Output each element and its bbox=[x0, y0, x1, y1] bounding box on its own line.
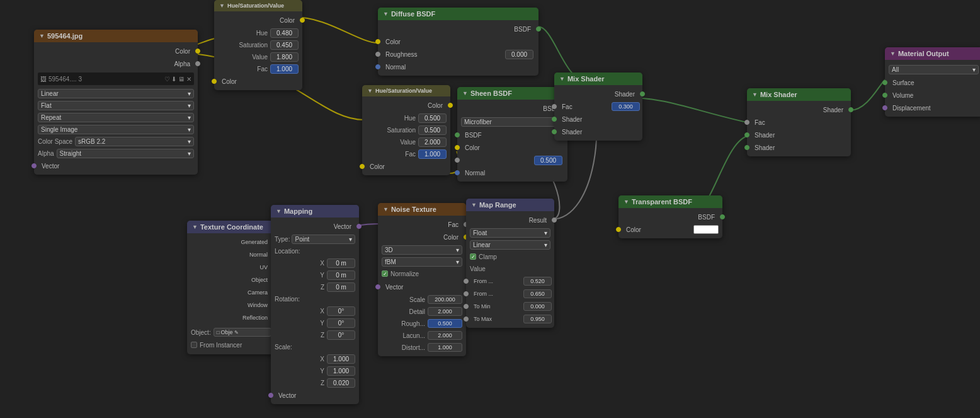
msl-fac-value[interactable]: 0.300 bbox=[612, 102, 640, 111]
noise-lacun-value[interactable]: 2.000 bbox=[428, 331, 462, 340]
mo-all-dropdown[interactable]: All ▾ bbox=[889, 65, 979, 74]
mapping-title: Mapping bbox=[284, 207, 312, 215]
hsm-hue-value[interactable]: 0.500 bbox=[418, 113, 447, 123]
map-loc-z-value[interactable]: 0 m bbox=[327, 282, 355, 292]
diffuse-bsdf-title: Diffuse BSDF bbox=[391, 10, 435, 18]
tc-from-instancer-checkbox[interactable] bbox=[191, 342, 197, 348]
mr-from2-in-socket bbox=[464, 291, 469, 296]
map-type-row: Type: Point ▾ bbox=[275, 233, 355, 245]
map-loc-x-value[interactable]: 0 m bbox=[327, 258, 355, 268]
alpha-dropdown[interactable]: Straight ▾ bbox=[57, 149, 194, 158]
alpha-out-socket bbox=[195, 61, 200, 66]
extension-dropdown[interactable]: Flat ▾ bbox=[38, 101, 194, 110]
repeat-dropdown[interactable]: Repeat ▾ bbox=[38, 113, 194, 122]
mo-surface-in-socket bbox=[882, 80, 887, 85]
map-scale-z-value[interactable]: 0.020 bbox=[327, 378, 355, 388]
noise-3d-dropdown[interactable]: 3D ▾ bbox=[382, 245, 462, 255]
diff-normal-in-socket bbox=[375, 64, 380, 69]
collapse-icon-hsm[interactable]: ▼ bbox=[367, 88, 373, 94]
alpha-out-label: Alpha bbox=[34, 61, 198, 67]
color-out-socket bbox=[195, 49, 200, 54]
collapse-icon-tc[interactable]: ▼ bbox=[192, 224, 198, 230]
sat-value[interactable]: 0.450 bbox=[270, 40, 299, 50]
tc-reflection-label: Reflection bbox=[187, 315, 275, 321]
projection-row: Single Image ▾ bbox=[38, 124, 194, 135]
collapse-icon-sheen[interactable]: ▼ bbox=[462, 90, 468, 96]
tc-uv-label: UV bbox=[187, 264, 275, 270]
collapse-icon-map[interactable]: ▼ bbox=[276, 208, 282, 214]
hsm-sat-value[interactable]: 0.500 bbox=[418, 125, 447, 135]
collapse-icon-msr[interactable]: ▼ bbox=[752, 91, 758, 98]
map-rot-x-value[interactable]: 0° bbox=[327, 306, 355, 316]
hue-value[interactable]: 0.480 bbox=[270, 28, 299, 38]
val-field: Value 1.800 bbox=[218, 51, 299, 62]
hue-field: Hue 0.480 bbox=[218, 27, 299, 38]
noise-normalize-checkbox[interactable]: ✓ bbox=[382, 270, 388, 277]
mr-clamp-checkbox[interactable]: ✓ bbox=[470, 253, 476, 260]
map-vector-out: Vector bbox=[271, 220, 359, 233]
mr-float-dropdown[interactable]: Float ▾ bbox=[470, 228, 550, 238]
mr-linear-dropdown[interactable]: Linear ▾ bbox=[470, 240, 550, 250]
noise-rough-value[interactable]: 0.500 bbox=[428, 319, 462, 328]
map-scale-y-value[interactable]: 1.000 bbox=[327, 366, 355, 376]
map-type-dropdown[interactable]: Point ▾ bbox=[292, 235, 355, 244]
tc-obj-edit: ✎ bbox=[234, 330, 239, 335]
mr-from1-value[interactable]: 0.520 bbox=[523, 277, 552, 286]
map-scale-x-value[interactable]: 1.000 bbox=[327, 354, 355, 364]
map-scale-y-row: Y 1.000 bbox=[275, 365, 355, 376]
mr-from2-in: From ... 0.650 bbox=[466, 287, 554, 300]
map-loc-y-value[interactable]: 0 m bbox=[327, 270, 355, 280]
trans-color-swatch[interactable] bbox=[693, 225, 719, 234]
map-scale-x-row: X 1.000 bbox=[275, 353, 355, 364]
collapse-icon[interactable]: ▼ bbox=[39, 33, 45, 39]
tc-object-field[interactable]: □ Obje ✎ bbox=[214, 328, 271, 337]
noise-3d-label: 3D bbox=[385, 247, 393, 253]
collapse-icon-mr[interactable]: ▼ bbox=[471, 202, 477, 208]
val-value[interactable]: 1.800 bbox=[270, 52, 299, 62]
hsm-sat-label: Saturation bbox=[366, 127, 418, 134]
noise-distort-value[interactable]: 1.000 bbox=[428, 343, 462, 352]
mr-tomin-value[interactable]: 0.000 bbox=[523, 302, 552, 311]
mr-from2-value[interactable]: 0.650 bbox=[523, 289, 552, 298]
collapse-icon-mo[interactable]: ▼ bbox=[890, 50, 896, 57]
map-rot-y-value[interactable]: 0° bbox=[327, 318, 355, 328]
mr-float-arrow: ▾ bbox=[544, 229, 547, 236]
fac-value[interactable]: 1.000 bbox=[270, 64, 299, 74]
msl-shader-out-label: Shader bbox=[554, 91, 642, 98]
noise-detail-value[interactable]: 2.000 bbox=[428, 307, 462, 316]
map-loc-x-label: X bbox=[275, 260, 327, 267]
hsm-val-value[interactable]: 2.000 bbox=[418, 137, 447, 147]
interpolation-dropdown[interactable]: Linear ▾ bbox=[38, 89, 194, 98]
map-rot-z-value[interactable]: 0° bbox=[327, 330, 355, 340]
collapse-icon-msl[interactable]: ▼ bbox=[559, 76, 565, 82]
tex-coord-title: Texture Coordinate bbox=[200, 223, 263, 231]
noise-fbm-dropdown[interactable]: fBM ▾ bbox=[382, 257, 462, 267]
sheen-bsdf-header: ▼ Sheen BSDF bbox=[457, 87, 567, 100]
noise-normalize-label: Normalize bbox=[390, 270, 419, 277]
mr-tomax-value[interactable]: 0.950 bbox=[523, 315, 552, 323]
image-texture-header: ▼ 595464.jpg bbox=[34, 30, 198, 42]
transparent-bsdf-title: Transparent BSDF bbox=[632, 198, 692, 206]
collapse-icon-hst[interactable]: ▼ bbox=[219, 3, 225, 9]
map-scale-z-row: Z 0.020 bbox=[275, 377, 355, 388]
sheen-rough-value[interactable]: 0.500 bbox=[534, 156, 562, 165]
material-output-node: ▼ Material Output All ▾ Surface Volume D… bbox=[885, 47, 980, 117]
hsm-fac-value[interactable]: 1.000 bbox=[418, 149, 447, 159]
projection-dropdown[interactable]: Single Image ▾ bbox=[38, 125, 194, 134]
color-space-dropdown[interactable]: sRGB 2.2 ▾ bbox=[75, 137, 194, 146]
noise-fac-out-label: Fac bbox=[378, 221, 466, 228]
sheen-color-in-label: Color bbox=[457, 144, 567, 151]
diff-bsdf-out-label: BSDF bbox=[378, 26, 538, 33]
diff-rough-value[interactable]: 0.000 bbox=[505, 50, 533, 59]
diffuse-bsdf-header: ▼ Diffuse BSDF bbox=[378, 8, 538, 20]
diff-normal-in-label: Normal bbox=[378, 64, 538, 71]
noise-scale-value[interactable]: 200.000 bbox=[428, 295, 462, 304]
collapse-icon-noise[interactable]: ▼ bbox=[383, 206, 389, 212]
sheen-rough-in: 0.500 bbox=[457, 154, 567, 166]
tc-generated-out: Generated bbox=[187, 236, 275, 248]
msl-shader-out-socket bbox=[640, 91, 645, 96]
dropdown-arrow: ▾ bbox=[188, 90, 191, 97]
collapse-icon-diff[interactable]: ▼ bbox=[383, 11, 389, 17]
sheen-type-dropdown[interactable]: Microfiber ▾ bbox=[461, 117, 564, 127]
collapse-icon-trans[interactable]: ▼ bbox=[624, 199, 629, 205]
